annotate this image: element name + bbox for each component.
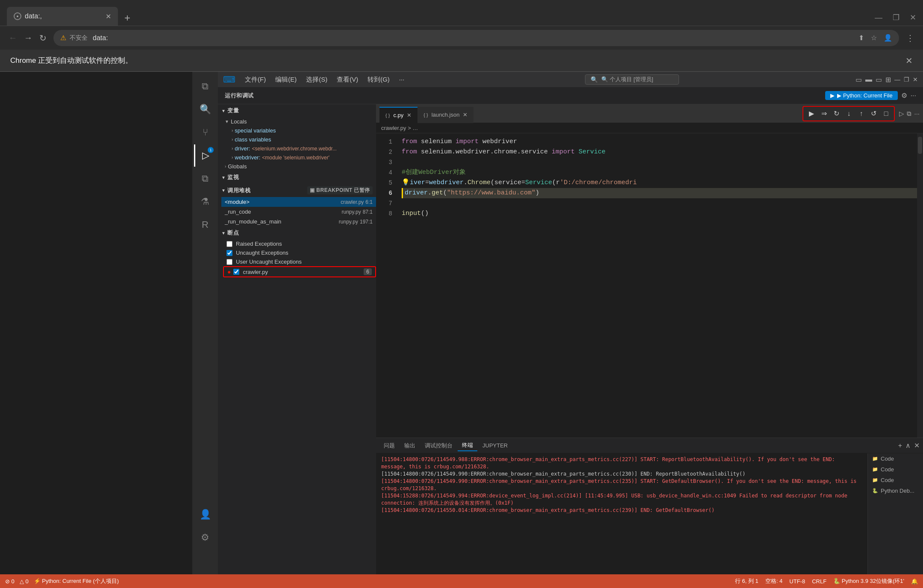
profile-icon[interactable]: 👤 bbox=[884, 34, 892, 42]
nav-back-button[interactable]: ← bbox=[9, 33, 17, 43]
banner-close-button[interactable]: ✕ bbox=[905, 56, 913, 66]
close-button[interactable]: ✕ bbox=[910, 13, 916, 22]
tab-terminal[interactable]: 终端 bbox=[458, 440, 477, 451]
status-encoding[interactable]: UTF-8 bbox=[789, 578, 805, 585]
activity-explorer[interactable]: ⧉ bbox=[194, 75, 216, 97]
activity-testing[interactable]: ⚗ bbox=[194, 191, 216, 213]
nav-refresh-button[interactable]: ↻ bbox=[39, 33, 47, 43]
terminal-content[interactable]: [11504:14800:0726/114549.988:ERROR:chrom… bbox=[376, 453, 867, 574]
minimize-button[interactable]: — bbox=[875, 13, 882, 22]
special-vars-item[interactable]: › special variables bbox=[228, 126, 376, 135]
command-palette[interactable]: 🔍 🔍 个人项目 [管理员] bbox=[585, 74, 679, 85]
activity-r[interactable]: R bbox=[194, 214, 216, 236]
activity-source-control[interactable]: ⑂ bbox=[194, 121, 216, 144]
raised-exceptions-item[interactable]: Raised Exceptions bbox=[223, 239, 376, 248]
debug-restart2-button[interactable]: ↺ bbox=[868, 108, 879, 119]
debug-restart-button[interactable]: ↻ bbox=[831, 108, 842, 119]
call-stack-run-module[interactable]: _run_module_as_main runpy.py 197:1 bbox=[221, 217, 376, 226]
terminal-maximize-button[interactable]: ∧ bbox=[905, 441, 911, 450]
status-warnings[interactable]: △ 0 bbox=[20, 578, 29, 585]
menu-select[interactable]: 选择(S) bbox=[302, 74, 332, 85]
menu-goto[interactable]: 转到(G) bbox=[363, 74, 394, 85]
watch-header[interactable]: ▼ 监视 bbox=[218, 171, 376, 184]
active-tab-close[interactable]: ✕ bbox=[407, 112, 412, 118]
activity-search[interactable]: 🔍 bbox=[194, 98, 216, 121]
uncaught-exceptions-checkbox[interactable] bbox=[226, 250, 232, 256]
webdriver-var-item[interactable]: › webdriver: <module 'selenium.webdriver… bbox=[228, 153, 376, 162]
class-vars-item[interactable]: › class variables bbox=[228, 135, 376, 144]
menu-file[interactable]: 文件(F) bbox=[241, 74, 270, 85]
tab-close-icon[interactable]: ✕ bbox=[106, 12, 111, 21]
menu-edit[interactable]: 编辑(E) bbox=[271, 74, 301, 85]
close-vscode[interactable]: ✕ bbox=[913, 76, 918, 83]
tab-problems[interactable]: 问题 bbox=[379, 441, 399, 451]
right-panel-code-3[interactable]: 📁 Code bbox=[868, 475, 923, 485]
breakpoints-header[interactable]: ▼ 断点 bbox=[218, 226, 376, 239]
debug-continue-button[interactable]: ▶ bbox=[806, 108, 817, 119]
debug-step-into-button[interactable]: ↓ bbox=[843, 108, 854, 119]
raised-exceptions-checkbox[interactable] bbox=[226, 241, 232, 247]
new-tab-button[interactable]: + bbox=[120, 10, 135, 26]
crawler-breakpoint-checkbox[interactable] bbox=[233, 269, 239, 275]
right-panel-code-2[interactable]: 📁 Code bbox=[868, 464, 923, 475]
status-notifications[interactable]: 🔔 bbox=[911, 578, 918, 585]
crawler-breakpoint-item[interactable]: ● crawler.py 6 bbox=[223, 266, 376, 277]
activity-account[interactable]: 👤 bbox=[194, 503, 216, 526]
run-settings-icon[interactable]: ⚙ bbox=[901, 91, 907, 100]
extension-icon[interactable]: ⋮ bbox=[906, 33, 914, 43]
debug-step-out-button[interactable]: ↑ bbox=[855, 108, 867, 119]
user-uncaught-exceptions-item[interactable]: User Uncaught Exceptions bbox=[223, 257, 376, 266]
launch-json-tab[interactable]: { } launch.json ✕ bbox=[417, 107, 473, 123]
terminal-close-button[interactable]: ✕ bbox=[914, 441, 920, 450]
call-stack-header[interactable]: ▼ 调用堆栈 ▣ breakpoint 已暂停 bbox=[218, 184, 376, 197]
folder-icon-1: 📁 bbox=[872, 456, 878, 462]
locals-item[interactable]: ▼ Locals bbox=[221, 117, 376, 126]
restore-button[interactable]: ❐ bbox=[893, 13, 899, 22]
variables-header[interactable]: ▼ 变量 bbox=[218, 104, 376, 117]
tab-debug-console[interactable]: 调试控制台 bbox=[420, 441, 457, 451]
share-icon[interactable]: ⬆ bbox=[858, 34, 864, 42]
run-file-button[interactable]: ▷ bbox=[899, 110, 904, 118]
menu-more[interactable]: ··· bbox=[395, 74, 409, 85]
tab-jupyter[interactable]: JUPYTER bbox=[478, 441, 512, 450]
menu-view[interactable]: 查看(V) bbox=[332, 74, 362, 85]
layout-secondary-sidebar-button[interactable]: ▭ bbox=[876, 76, 882, 84]
globals-item[interactable]: › Globals bbox=[221, 162, 376, 171]
tab-output[interactable]: 输出 bbox=[400, 441, 420, 451]
uncaught-exceptions-item[interactable]: Uncaught Exceptions bbox=[223, 248, 376, 257]
split-editor-button[interactable]: ⧉ bbox=[907, 110, 911, 118]
call-stack-run-code[interactable]: _run_code runpy.py 87:1 bbox=[221, 207, 376, 217]
terminal-add-button[interactable]: + bbox=[898, 442, 902, 450]
activity-run-debug[interactable]: ▷ 1 bbox=[194, 144, 216, 167]
status-branch[interactable]: ⚡ Python: Current File (个人项目) bbox=[34, 577, 119, 585]
editor-more-button[interactable]: ··· bbox=[914, 110, 920, 117]
editor-scrollbar[interactable] bbox=[917, 133, 923, 438]
debug-stop-button[interactable]: □ bbox=[880, 108, 891, 119]
address-bar[interactable]: ⚠ 不安全 data: ⬆ ☆ 👤 bbox=[53, 30, 899, 46]
status-spaces[interactable]: 空格: 4 bbox=[765, 577, 782, 585]
activity-extensions[interactable]: ⧉ bbox=[194, 168, 216, 190]
status-line[interactable]: 行 6, 列 1 bbox=[735, 577, 758, 585]
restore-vscode[interactable]: ❐ bbox=[904, 76, 909, 83]
right-panel-python-deb[interactable]: 🐍 Python Deb... bbox=[868, 485, 923, 496]
layout-customize-button[interactable]: ⊞ bbox=[885, 76, 891, 84]
run-button[interactable]: ▶ ▶ Python: Current File bbox=[825, 91, 897, 100]
activity-settings[interactable]: ⚙ bbox=[194, 526, 216, 549]
layout-panel-button[interactable]: ▬ bbox=[865, 76, 872, 83]
bookmark-icon[interactable]: ☆ bbox=[871, 34, 877, 42]
active-editor-tab[interactable]: { } c.py ✕ bbox=[379, 107, 417, 123]
browser-tab[interactable]: ● data:, ✕ bbox=[7, 7, 118, 26]
status-errors[interactable]: ⊘ 0 bbox=[5, 578, 15, 585]
launch-tab-close[interactable]: ✕ bbox=[463, 112, 467, 118]
driver-var-item[interactable]: › driver: <selenium.webdriver.chrome.web… bbox=[228, 144, 376, 153]
status-language[interactable]: 🐍 Python 3.9 32位镜像(环1' bbox=[833, 577, 904, 585]
debug-step-over-button[interactable]: ⇒ bbox=[818, 108, 829, 119]
nav-forward-button[interactable]: → bbox=[24, 33, 32, 43]
layout-primary-sidebar-button[interactable]: ▭ bbox=[855, 76, 862, 84]
status-line-ending[interactable]: CRLF bbox=[812, 578, 826, 585]
minimize-vscode[interactable]: — bbox=[894, 76, 900, 83]
run-more-icon[interactable]: ··· bbox=[911, 92, 916, 100]
user-uncaught-exceptions-checkbox[interactable] bbox=[226, 259, 232, 265]
call-stack-module[interactable]: <module> crawler.py 6:1 bbox=[221, 197, 376, 207]
right-panel-code-1[interactable]: 📁 Code bbox=[868, 453, 923, 464]
